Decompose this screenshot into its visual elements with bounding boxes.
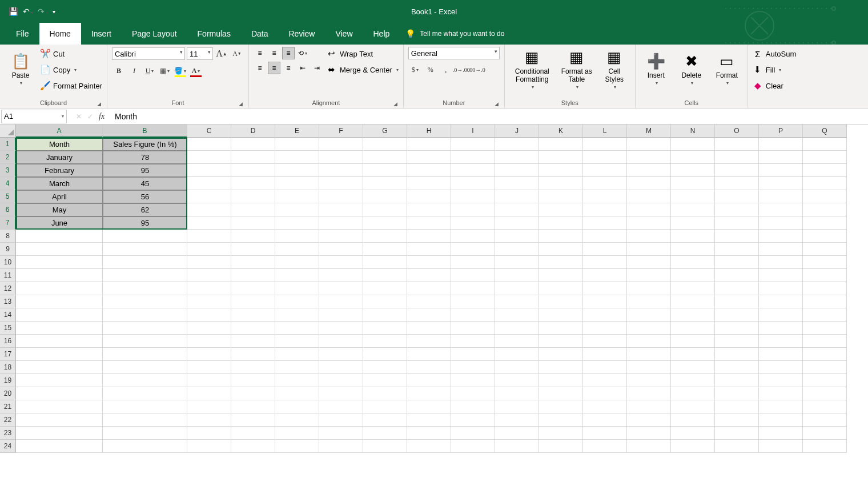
cell-E12[interactable] (275, 282, 319, 295)
currency-icon[interactable]: $▾ (408, 63, 422, 77)
increase-indent-icon[interactable]: ⇥ (311, 62, 323, 74)
col-header-E[interactable]: E (275, 124, 319, 138)
cell-M23[interactable] (627, 427, 671, 440)
cell-L19[interactable] (583, 374, 627, 387)
cell-O18[interactable] (715, 361, 759, 374)
cell-P24[interactable] (759, 440, 803, 453)
cell-K22[interactable] (539, 413, 583, 427)
cell-J18[interactable] (495, 361, 539, 374)
cell-G12[interactable] (363, 282, 407, 295)
tab-formulas[interactable]: Formulas (187, 23, 241, 45)
cell-M22[interactable] (627, 413, 671, 427)
cell-G1[interactable] (363, 138, 407, 151)
cell-J23[interactable] (495, 427, 539, 440)
cell-D10[interactable] (231, 256, 275, 269)
cell-H5[interactable] (407, 190, 451, 203)
cell-K2[interactable] (539, 151, 583, 164)
cell-Q1[interactable] (803, 138, 847, 151)
cell-H6[interactable] (407, 203, 451, 216)
cell-C21[interactable] (187, 400, 231, 413)
cell-Q13[interactable] (803, 295, 847, 308)
borders-button[interactable]: ▦▾ (158, 64, 172, 78)
cell-I8[interactable] (451, 230, 495, 243)
format-button[interactable]: ▭Format▾ (711, 47, 743, 91)
cell-L8[interactable] (583, 230, 627, 243)
cell-A3[interactable]: February (16, 164, 103, 177)
cell-N11[interactable] (671, 269, 715, 282)
cell-O17[interactable] (715, 348, 759, 361)
cell-H7[interactable] (407, 216, 451, 230)
cell-H24[interactable] (407, 440, 451, 453)
font-name-input[interactable] (112, 47, 185, 60)
cell-P9[interactable] (759, 243, 803, 256)
tab-insert[interactable]: Insert (81, 23, 122, 45)
cell-A10[interactable] (16, 256, 103, 269)
cell-K7[interactable] (539, 216, 583, 230)
cell-Q9[interactable] (803, 243, 847, 256)
merge-center-button[interactable]: ⬌Merge & Center▾ (327, 63, 399, 77)
bold-button[interactable]: B (112, 64, 126, 78)
cell-K4[interactable] (539, 177, 583, 190)
cell-N13[interactable] (671, 295, 715, 308)
cell-P18[interactable] (759, 361, 803, 374)
cell-A14[interactable] (16, 308, 103, 322)
clipboard-launcher-icon[interactable]: ◢ (97, 101, 101, 107)
cell-C3[interactable] (187, 164, 231, 177)
cell-B7[interactable]: 95 (103, 216, 187, 230)
cell-P21[interactable] (759, 400, 803, 413)
cell-D12[interactable] (231, 282, 275, 295)
cell-I23[interactable] (451, 427, 495, 440)
cell-L12[interactable] (583, 282, 627, 295)
cell-M16[interactable] (627, 335, 671, 348)
col-header-M[interactable]: M (627, 124, 671, 138)
row-header-19[interactable]: 19 (0, 374, 16, 387)
cell-N20[interactable] (671, 387, 715, 400)
cell-E8[interactable] (275, 230, 319, 243)
cell-B5[interactable]: 56 (103, 190, 187, 203)
tab-home[interactable]: Home (39, 23, 81, 45)
col-header-I[interactable]: I (451, 124, 495, 138)
cell-L20[interactable] (583, 387, 627, 400)
cell-I10[interactable] (451, 256, 495, 269)
cell-K5[interactable] (539, 190, 583, 203)
cell-H18[interactable] (407, 361, 451, 374)
cell-M13[interactable] (627, 295, 671, 308)
cell-J12[interactable] (495, 282, 539, 295)
cell-N10[interactable] (671, 256, 715, 269)
cell-C13[interactable] (187, 295, 231, 308)
cell-F10[interactable] (319, 256, 363, 269)
cell-G2[interactable] (363, 151, 407, 164)
cell-E19[interactable] (275, 374, 319, 387)
cell-Q2[interactable] (803, 151, 847, 164)
cell-N18[interactable] (671, 361, 715, 374)
cell-H10[interactable] (407, 256, 451, 269)
cell-L11[interactable] (583, 269, 627, 282)
cell-Q24[interactable] (803, 440, 847, 453)
cell-P17[interactable] (759, 348, 803, 361)
cell-E21[interactable] (275, 400, 319, 413)
cell-C16[interactable] (187, 335, 231, 348)
clear-button[interactable]: ◆Clear (753, 79, 796, 93)
cell-Q15[interactable] (803, 322, 847, 335)
cell-F22[interactable] (319, 413, 363, 427)
cell-K10[interactable] (539, 256, 583, 269)
cell-M1[interactable] (627, 138, 671, 151)
cell-N9[interactable] (671, 243, 715, 256)
cell-Q19[interactable] (803, 374, 847, 387)
cell-H14[interactable] (407, 308, 451, 322)
cell-B18[interactable] (103, 361, 187, 374)
cell-H15[interactable] (407, 322, 451, 335)
col-header-H[interactable]: H (407, 124, 451, 138)
cell-I22[interactable] (451, 413, 495, 427)
cell-C2[interactable] (187, 151, 231, 164)
align-center-icon[interactable]: ≡ (268, 62, 280, 74)
cell-L23[interactable] (583, 427, 627, 440)
cell-A15[interactable] (16, 322, 103, 335)
cell-Q21[interactable] (803, 400, 847, 413)
tell-me[interactable]: 💡 Tell me what you want to do (400, 23, 504, 45)
align-top-icon[interactable]: ≡ (254, 47, 266, 59)
cell-F13[interactable] (319, 295, 363, 308)
cell-B3[interactable]: 95 (103, 164, 187, 177)
cell-K12[interactable] (539, 282, 583, 295)
cell-I18[interactable] (451, 361, 495, 374)
